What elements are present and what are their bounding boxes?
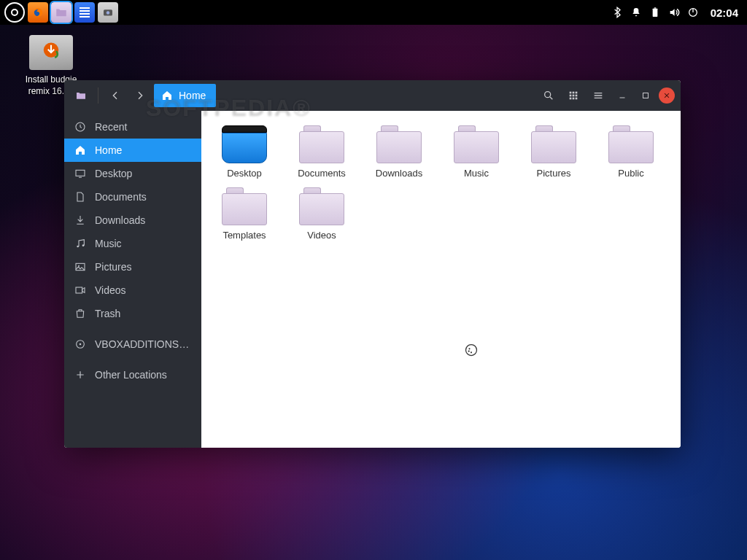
sidebar-item-label: Trash <box>95 308 120 319</box>
svg-point-22 <box>82 244 85 246</box>
svg-rect-12 <box>570 95 572 97</box>
sidebar-item-disc[interactable]: VBOXADDITIONS… <box>64 332 201 356</box>
back-button[interactable] <box>104 85 126 106</box>
sidebar-item-label: Downloads <box>95 214 145 226</box>
sidebar-item-label: Desktop <box>95 168 132 179</box>
svg-rect-14 <box>576 95 578 97</box>
svg-point-2 <box>107 11 110 15</box>
folder-label: Videos <box>307 230 336 241</box>
forward-button[interactable] <box>129 85 151 106</box>
sidebar-item-label: Home <box>95 144 122 156</box>
folder-label: Music <box>464 168 489 179</box>
taskbar-files-icon[interactable] <box>51 2 71 23</box>
sidebar-item-label: Music <box>95 238 122 249</box>
sidebar-item-downloads[interactable]: Downloads <box>64 209 201 232</box>
maximize-button[interactable] <box>635 85 656 106</box>
folder-label: Desktop <box>227 168 262 179</box>
folder-label: Templates <box>222 230 266 241</box>
top-panel: 02:04 <box>0 0 747 25</box>
svg-rect-15 <box>570 98 572 100</box>
sidebar-item-music[interactable]: Music <box>64 232 201 255</box>
folder-label: Pictures <box>537 168 571 179</box>
folder-documents[interactable]: Documents <box>286 122 357 182</box>
folder-label: Public <box>618 168 643 179</box>
sidebar-item-label: Documents <box>95 191 147 203</box>
svg-rect-20 <box>76 170 85 176</box>
folder-public[interactable]: Public <box>595 122 667 182</box>
svg-rect-16 <box>573 98 575 100</box>
sidebar-item-trash[interactable]: Trash <box>64 302 201 325</box>
files-app-icon <box>70 85 92 106</box>
taskbar-firefox-icon[interactable] <box>28 2 48 23</box>
volume-icon[interactable] <box>668 7 680 18</box>
folder-content-area[interactable]: DesktopDocumentsDownloadsMusicPicturesPu… <box>201 111 681 448</box>
svg-rect-4 <box>654 7 656 8</box>
svg-point-21 <box>77 246 79 248</box>
path-home-button[interactable]: Home <box>154 84 216 107</box>
svg-rect-9 <box>570 92 572 94</box>
clock[interactable]: 02:04 <box>706 7 743 19</box>
folder-videos[interactable]: Videos <box>286 184 357 244</box>
power-icon[interactable] <box>687 7 699 18</box>
sidebar-item-home[interactable]: Home <box>64 139 201 162</box>
svg-point-8 <box>545 92 551 98</box>
svg-rect-3 <box>652 9 657 17</box>
sidebar-item-label: Recent <box>95 121 127 133</box>
svg-rect-11 <box>576 92 578 94</box>
app-menu-button[interactable] <box>4 2 25 23</box>
folder-label: Documents <box>298 168 346 179</box>
svg-rect-18 <box>643 93 649 98</box>
svg-point-27 <box>80 343 82 346</box>
sidebar-item-label: Pictures <box>95 261 132 273</box>
sidebar: RecentHomeDesktopDocumentsDownloadsMusic… <box>64 111 201 448</box>
folder-pictures[interactable]: Pictures <box>518 122 589 182</box>
sidebar-item-label: VBOXADDITIONS… <box>95 338 189 350</box>
battery-icon[interactable] <box>649 7 661 18</box>
sidebar-item-pictures[interactable]: Pictures <box>64 255 201 279</box>
sidebar-item-desktop[interactable]: Desktop <box>64 162 201 185</box>
taskbar-texteditor-icon[interactable] <box>74 2 95 23</box>
minimize-button[interactable] <box>612 85 632 106</box>
path-label: Home <box>179 90 206 101</box>
bluetooth-icon[interactable] <box>611 7 623 18</box>
sidebar-item-label: Videos <box>95 284 126 296</box>
sidebar-item-label: Other Locations <box>95 369 167 381</box>
sidebar-item-videos[interactable]: Videos <box>64 279 201 302</box>
file-manager-window: Home RecentHomeDesktopDocumentsDownloads… <box>64 80 681 448</box>
taskbar-screenshot-icon[interactable] <box>98 2 118 23</box>
close-button[interactable] <box>659 88 675 104</box>
titlebar[interactable]: Home <box>64 80 681 111</box>
svg-rect-13 <box>573 95 575 97</box>
folder-templates[interactable]: Templates <box>209 184 280 244</box>
folder-label: Downloads <box>376 168 422 179</box>
view-grid-button[interactable] <box>562 85 584 106</box>
svg-rect-17 <box>576 98 578 100</box>
search-button[interactable] <box>538 85 560 106</box>
folder-music[interactable]: Music <box>441 122 512 182</box>
sidebar-item-other[interactable]: Other Locations <box>64 363 201 386</box>
sidebar-item-documents[interactable]: Documents <box>64 185 201 209</box>
svg-rect-25 <box>76 287 82 293</box>
folder-downloads[interactable]: Downloads <box>363 122 435 182</box>
notifications-icon[interactable] <box>630 7 642 18</box>
folder-desktop[interactable]: Desktop <box>209 122 280 182</box>
sidebar-item-recent[interactable]: Recent <box>64 115 201 139</box>
svg-rect-10 <box>573 92 575 94</box>
hamburger-menu-button[interactable] <box>587 85 609 106</box>
